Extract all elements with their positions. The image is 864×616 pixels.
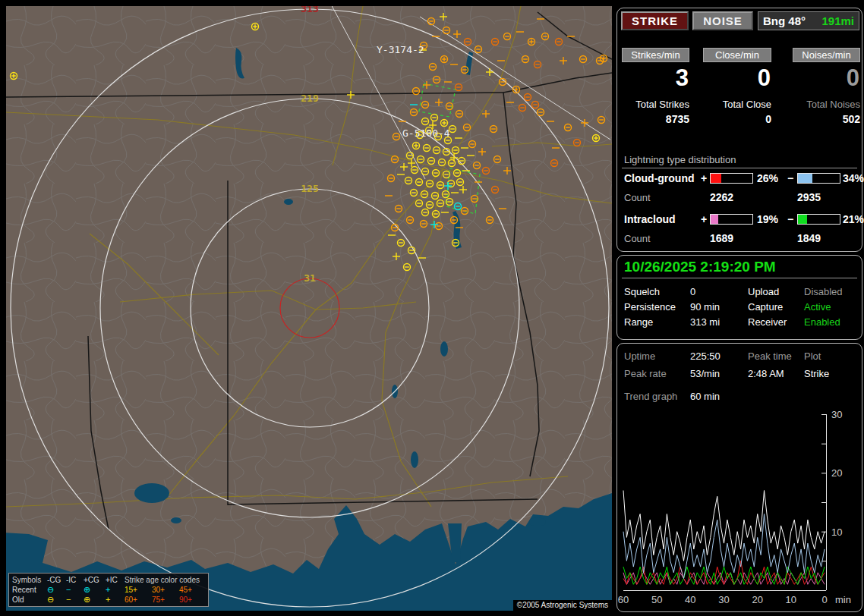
peak-rate-value: 53/min [690,368,720,379]
noise-tab-button[interactable]: NOISE [692,11,753,30]
peak-time-value: 2:48 AM [748,368,784,379]
total-close-label: Total Close [703,99,771,110]
y-tick-label: 10 [831,526,842,538]
upload-state: Disabled [804,286,843,297]
x-tick-label: 50 [651,594,662,605]
age-code-label: 15+ [125,585,152,595]
cloud-ground-label: Cloud-ground [624,172,695,184]
cg-pos-symbol-icon: ⊕ [84,595,106,605]
cg-pos-symbol-icon: ⊕ [84,585,106,595]
minus-sign: − [787,172,793,184]
cg-pos-bar [710,173,753,184]
ring-label-31: 31 [304,272,316,284]
cg-neg-symbol-icon: ⊖ [47,585,66,595]
ic-neg-count: 1849 [797,232,821,244]
strike-tab-button[interactable]: STRIKE [621,11,689,30]
trend-series-ic-pos [623,573,825,585]
bearing-value: Bng 48° [763,14,806,27]
range-value: 313 mi [690,316,720,328]
plus-sign: + [701,172,707,184]
x-axis-unit: min [835,594,851,605]
receiver-state: Enabled [804,316,840,328]
receiver-label: Receiver [748,316,787,328]
squelch-label: Squelch [624,286,660,297]
distribution-title: Lightning type distribution [624,154,736,165]
cg-neg-symbol-icon: ⊖ [47,595,66,605]
trend-axes [623,414,827,591]
ring-label-313: 313 [301,6,318,14]
legend-age-header: Strike age color codes [125,575,205,585]
trend-series-total [623,491,825,561]
ic-neg-bar [797,214,840,225]
distance-value: 191mi [821,14,854,27]
divider [622,168,857,168]
legend-age-row-label: Old [12,595,47,605]
storm-cell-label: G-5100-4 [402,127,450,139]
lightning-map[interactable]: 31321912531 Y-3174-2G-5100-4 Symbols -CG… [6,6,612,611]
ring-label-125: 125 [301,183,318,194]
strike-stats-panel: STRIKE NOISE Bng 48° 191mi Strikes/min C… [616,8,862,252]
squelch-value: 0 [690,286,695,297]
intracloud-label: Intracloud [624,213,676,225]
ic-neg-symbol-icon: − [66,585,84,595]
trend-series-ic-neg [623,567,825,584]
bearing-distance-readout: Bng 48° 191mi [758,11,859,30]
ic-neg-symbol-icon: − [66,595,84,605]
trend-window-value: 60 min [690,391,720,402]
cg-pos-count: 2262 [710,191,733,203]
datetime-display: 10/26/2025 2:19:20 PM [624,259,776,275]
total-close-value: 0 [703,113,771,125]
close-per-min-value: 0 [703,64,771,92]
age-code-label: 45+ [179,585,205,595]
legend-type-+cg: +CG [84,575,106,585]
peak-time-label: Peak time [748,350,792,362]
map-legend: Symbols -CG -IC +CG +IC Strike age color… [8,573,209,607]
strikes-per-min-label[interactable]: Strikes/min [622,48,689,62]
plus-sign: + [701,213,707,225]
total-noises-label: Total Noises [793,99,860,110]
x-tick-label: 60 [618,594,629,605]
noises-per-min-value: 0 [793,64,860,92]
close-per-min-label[interactable]: Close/min [703,48,771,62]
trend-panel: Uptime 225:50 Peak time Plot Peak rate 5… [616,343,862,612]
nexstorm-window: 31321912531 Y-3174-2G-5100-4 Symbols -CG… [0,0,864,616]
x-tick-label: 20 [752,594,762,605]
plot-label: Plot [804,350,821,362]
legend-symbols-header: Symbols [12,575,47,585]
age-code-label: 75+ [152,595,179,605]
trend-graph-label: Trend graph [624,391,677,402]
upload-label: Upload [748,286,779,297]
cg-neg-pct: 34% [843,172,864,184]
uptime-value: 225:50 [690,350,721,362]
age-code-label: 90+ [179,595,205,605]
total-noises-value: 502 [793,113,860,125]
x-tick-label: 10 [786,594,796,605]
x-tick-label: 0 [821,594,827,605]
legend-type--cg: -CG [47,575,66,585]
plot-mode-value: Strike [804,368,829,379]
trend-series-cg-pos [623,561,825,584]
age-code-label: 60+ [125,595,152,605]
persistence-label: Persistence [624,301,676,313]
ic-pos-symbol-icon: + [106,585,125,595]
count-label: Count [624,192,651,203]
total-strikes-value: 8735 [622,113,689,125]
status-panel: 10/26/2025 2:19:20 PM Squelch 0 Upload D… [616,255,862,340]
copyright-label: ©2005 Astrogenic Systems [513,600,612,611]
ring-label-219: 219 [301,93,318,104]
y-tick-label: 20 [831,467,842,479]
legend-type-+ic: +IC [106,575,125,585]
ic-pos-bar [710,214,753,225]
ic-pos-count: 1689 [710,232,733,244]
noises-per-min-label[interactable]: Noises/min [793,48,860,62]
cg-pos-pct: 26% [757,172,778,184]
map-canvas[interactable]: 31321912531 Y-3174-2G-5100-4 [6,6,612,611]
divider [622,278,857,278]
ic-pos-pct: 19% [757,213,778,225]
legend-age-row-label: Recent [12,585,47,595]
strikes-per-min-value: 3 [622,64,689,92]
minus-sign: − [787,213,793,225]
storm-cell-label: Y-3174-2 [377,44,424,55]
legend-type--ic: -IC [66,575,84,585]
age-code-label: 30+ [152,585,179,595]
